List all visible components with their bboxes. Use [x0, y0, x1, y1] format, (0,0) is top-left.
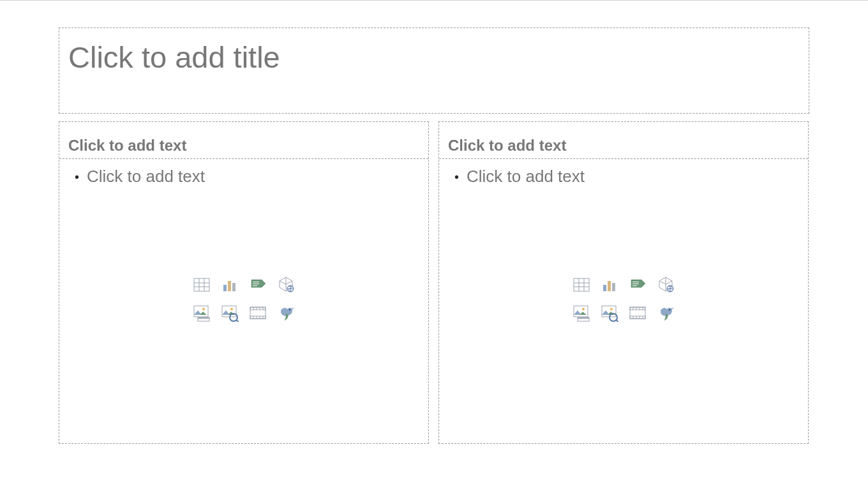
svg-rect-18 [222, 306, 236, 317]
svg-rect-41 [612, 283, 615, 291]
left-content-placeholder[interactable]: Click to add text • Click to add text [59, 121, 429, 444]
svg-rect-48 [574, 306, 588, 317]
right-content-body: • Click to add text [439, 159, 808, 439]
insert-onlinepicture-icon[interactable] [599, 302, 620, 324]
svg-line-55 [616, 320, 618, 322]
slide: Click to add title Click to add text • C… [59, 27, 809, 443]
svg-rect-34 [574, 278, 589, 291]
insert-smartart-icon[interactable] [627, 274, 648, 296]
right-bullet-line: • Click to add text [448, 167, 799, 186]
left-bullet-line: • Click to add text [68, 167, 419, 186]
insert-icon-icon[interactable] [655, 302, 677, 324]
left-icon-grid [191, 274, 297, 324]
left-body-text: Click to add text [87, 167, 205, 186]
svg-point-67 [669, 309, 670, 310]
svg-point-19 [230, 308, 233, 310]
title-placeholder[interactable]: Click to add title [59, 27, 809, 114]
svg-rect-6 [228, 281, 231, 291]
insert-video-icon[interactable] [247, 302, 269, 324]
svg-rect-7 [232, 283, 236, 291]
right-icon-grid [571, 274, 677, 324]
insert-icon-icon[interactable] [275, 302, 297, 324]
svg-rect-44 [632, 285, 637, 286]
left-content-header: Click to add text [59, 122, 428, 159]
svg-rect-9 [253, 284, 259, 284]
bullet-icon: • [454, 171, 459, 183]
insert-chart-icon[interactable] [599, 274, 620, 296]
svg-point-53 [610, 308, 613, 310]
svg-rect-8 [253, 282, 259, 282]
svg-rect-5 [223, 285, 227, 291]
svg-rect-10 [253, 285, 257, 286]
bullet-icon: • [75, 171, 79, 183]
svg-point-49 [582, 308, 585, 310]
insert-table-icon[interactable] [191, 274, 213, 296]
insert-picture-icon[interactable] [571, 302, 592, 324]
svg-rect-43 [632, 284, 639, 284]
insert-onlinepicture-icon[interactable] [219, 302, 241, 324]
insert-3dmodel-icon[interactable] [655, 274, 677, 296]
svg-rect-0 [194, 278, 209, 291]
right-body-text: Click to add text [467, 167, 585, 186]
svg-point-33 [289, 309, 290, 310]
right-content-placeholder[interactable]: Click to add text • Click to add text [438, 121, 809, 444]
insert-picture-icon[interactable] [191, 302, 213, 324]
insert-3dmodel-icon[interactable] [275, 274, 297, 296]
svg-rect-14 [194, 306, 208, 317]
svg-rect-17 [198, 317, 209, 319]
svg-rect-52 [602, 306, 616, 317]
svg-line-21 [236, 320, 239, 322]
insert-video-icon[interactable] [627, 302, 648, 324]
insert-table-icon[interactable] [571, 274, 592, 296]
svg-rect-51 [578, 317, 589, 319]
svg-rect-40 [608, 281, 611, 291]
insert-smartart-icon[interactable] [247, 274, 269, 296]
right-content-header: Click to add text [439, 122, 808, 159]
svg-point-15 [202, 308, 205, 310]
left-content-body: • Click to add text [59, 159, 428, 439]
svg-rect-42 [632, 282, 639, 282]
title-text: Click to add title [68, 40, 800, 75]
svg-rect-39 [603, 285, 606, 291]
insert-chart-icon[interactable] [219, 274, 241, 296]
